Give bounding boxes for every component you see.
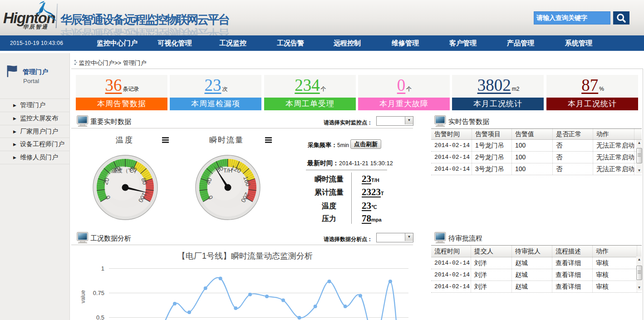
svg-text:温度（℃）: 温度（℃） [111,167,139,174]
svg-text:T/H: T/H [223,167,232,174]
